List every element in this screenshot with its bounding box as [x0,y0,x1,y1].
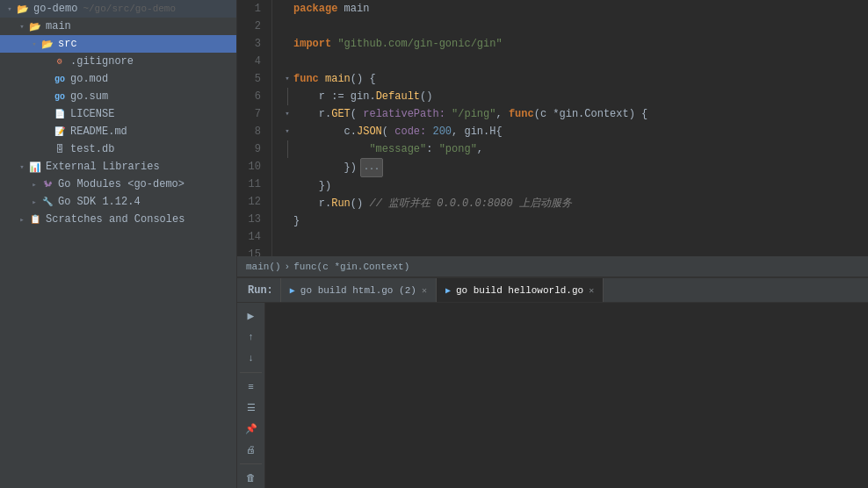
sidebar-item-testdb[interactable]: 🗄 test.db [0,140,236,158]
code-line-5: func main() { [281,70,868,88]
fold-arrow-5[interactable] [281,70,293,88]
sidebar-item-src[interactable]: src [0,35,236,53]
toolbar-play-btn[interactable]: ▶ [241,306,262,326]
toolbar-print-btn[interactable]: 🖨 [241,440,262,459]
tree-arrow-src [28,38,40,50]
line-num-7: 7 [237,105,264,123]
code-line-1: package main [281,0,868,18]
ext-libs-icon: 📊 [28,160,42,174]
file-icon-license: 📄 [53,107,67,121]
sidebar-label-go-sdk: Go SDK 1.12.4 [58,196,141,208]
sidebar-label-readme: README.md [70,126,127,138]
run-tab-hello[interactable]: ▶ go build helloworld.go ✕ [437,278,604,302]
sidebar-label-go-demo: go-demo [33,3,77,15]
toolbar-down-btn[interactable]: ↓ [241,348,262,368]
sidebar-label-scratches: Scratches and Consoles [46,213,184,226]
fold-arrow-7[interactable]: ▾ [281,105,293,123]
editor-area: 1 2 3 4 5 6 7 8 9 10 11 12 13 14 15 16 [237,0,868,488]
sidebar-label-gitignore: .gitignore [70,55,134,68]
code-text-1: package main [293,0,369,18]
toolbar-trash-btn[interactable]: 🗑 [241,469,262,488]
line-num-8: 8 [237,123,264,140]
code-text-8: c.JSON( code: 200, gin.H{ [293,123,503,140]
sidebar-item-main[interactable]: main [0,18,236,35]
sidebar-item-go-sum[interactable]: go go.sum [0,88,236,105]
line-num-4: 4 [237,53,264,70]
tree-arrow-go-sum [40,90,53,103]
line-num-3: 3 [237,35,264,53]
toolbar-pin-btn[interactable]: 📌 [241,419,262,438]
code-line-8: ▾ c.JSON( code: 200, gin.H{ [281,123,868,140]
line-num-5: 5 [237,70,264,88]
code-text-3: import "github.com/gin-gonic/gin" [293,35,503,53]
run-tab-label-html: go build html.go (2) [300,285,416,296]
sidebar-label-testdb: test.db [70,143,114,155]
editor-content[interactable]: 1 2 3 4 5 6 7 8 9 10 11 12 13 14 15 16 [237,0,868,256]
run-tab-icon-hello: ▶ [445,285,451,296]
sidebar-item-go-modules[interactable]: 🐿 Go Modules <go-demo> [0,176,236,193]
run-tab-icon-html: ▶ [290,285,295,296]
toolbar-up-btn[interactable]: ↑ [241,327,262,347]
line-num-6: 6 [237,88,264,105]
fold-space-6 [281,88,293,105]
code-text-12: r.Run() // 监听并在 0.0.0.0:8080 上启动服务 [293,195,572,212]
sidebar-item-ext-libs[interactable]: 📊 External Libraries [0,158,236,176]
toolbar-lines-btn[interactable]: ☰ [241,398,262,417]
code-line-3: import "github.com/gin-gonic/gin" [281,35,868,53]
code-text-15 [293,248,300,256]
run-tab-close-hello[interactable]: ✕ [589,285,594,296]
code-line-10: }) ... [281,158,868,177]
run-tab-html[interactable]: ▶ go build html.go (2) ✕ [281,278,437,302]
file-icon-testdb: 🗄 [53,142,67,156]
sidebar-item-license[interactable]: 📄 LICENSE [0,105,236,123]
sidebar-item-scratches[interactable]: 📋 Scratches and Consoles [0,211,236,228]
line-numbers: 1 2 3 4 5 6 7 8 9 10 11 12 13 14 15 16 [237,0,272,256]
sidebar-label-src: src [58,38,77,50]
run-output [265,303,868,488]
line-num-1: 1 [237,0,264,18]
code-line-15 [281,248,868,256]
tree-arrow-go-demo [4,3,16,15]
sidebar-label-ext-libs: External Libraries [46,161,160,173]
breadcrumb-item-1[interactable]: main() [246,262,281,272]
sidebar-item-gitignore[interactable]: ⚙ .gitignore [0,53,236,70]
code-line-9: "message": "pong", [281,140,868,158]
sidebar-item-go-demo-root[interactable]: go-demo ~/go/src/go-demo [0,0,236,18]
tree-arrow-scratches [16,213,28,226]
code-text-2 [293,18,300,35]
sidebar-item-go-mod[interactable]: go go.mod [0,70,236,88]
sidebar-path-go-demo: ~/go/src/go-demo [83,4,176,14]
scratches-icon: 📋 [28,212,42,226]
tree-arrow-go-mod [40,73,53,85]
code-editor[interactable]: package main import "github.com/gin-goni… [272,0,868,256]
go-modules-icon: 🐿 [40,177,54,191]
code-text-4 [293,53,300,70]
sidebar-label-go-sum: go.sum [70,90,108,103]
code-text-13: } [293,212,300,230]
run-tab-close-html[interactable]: ✕ [422,285,427,296]
code-text-7: r.GET( relativePath: "/ping", func(c *gi… [293,105,647,123]
breadcrumb-sep-1: › [285,262,291,272]
code-line-12: r.Run() // 监听并在 0.0.0.0:8080 上启动服务 [281,195,868,212]
tree-arrow-readme [40,126,53,138]
run-content: ▶ ↑ ↓ ≡ ☰ 📌 🖨 🗑 [237,303,868,488]
collapse-indicator-10[interactable]: ... [360,158,383,177]
sidebar-label-main: main [46,20,71,32]
folder-icon-go-demo [16,2,30,16]
sidebar-label-go-mod: go.mod [70,73,108,85]
line-num-9: 9 [237,140,264,158]
tree-arrow-ext-libs [16,161,28,173]
tree-arrow-go-sdk [28,196,40,208]
tree-arrow-gitignore [40,55,53,68]
sidebar-item-go-sdk[interactable]: 🔧 Go SDK 1.12.4 [0,193,236,211]
fold-arrow-8[interactable]: ▾ [281,123,293,140]
toolbar-list-btn[interactable]: ≡ [241,377,262,397]
sidebar-item-readme[interactable]: 📝 README.md [0,123,236,140]
toolbar-sep-1 [240,372,262,373]
code-line-4 [281,53,868,70]
sidebar: go-demo ~/go/src/go-demo main src ⚙ .git… [0,0,237,488]
run-tabs-bar: Run: ▶ go build html.go (2) ✕ ▶ go build… [237,278,868,303]
breadcrumb-item-2[interactable]: func(c *gin.Context) [293,262,409,272]
code-text-14 [293,230,300,248]
tree-arrow-license [40,108,53,120]
